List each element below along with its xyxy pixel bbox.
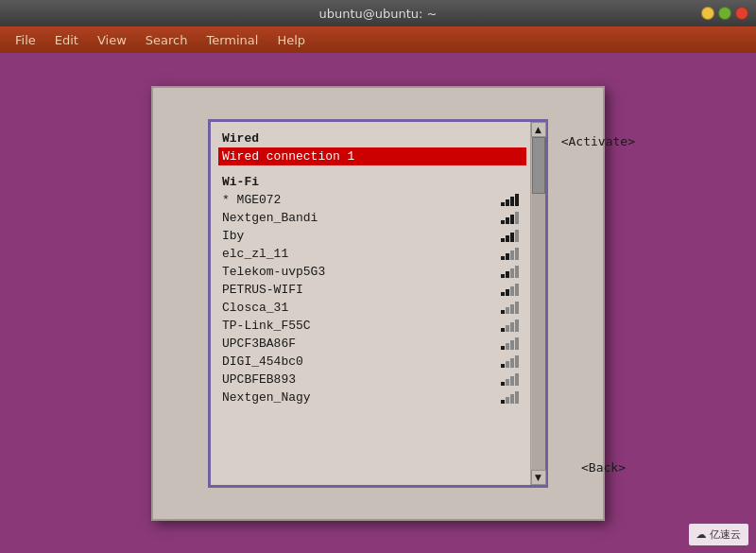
network-upcbfeb893-label: UPCBFEB893: [222, 372, 492, 387]
dialog-outer: Wired Wired connection 1 Wi-Fi * MGE072: [151, 86, 605, 521]
signal-nextgen-bandi: [492, 211, 519, 224]
signal-bars: [501, 211, 519, 224]
title-bar: ubuntu@ubuntu: ~: [0, 0, 756, 26]
network-elc-zl-11-label: elc_zl_11: [222, 247, 492, 261]
main-content: Wired Wired connection 1 Wi-Fi * MGE072: [0, 53, 756, 553]
maximize-button[interactable]: [718, 7, 731, 20]
network-closca-label: Closca_31: [222, 301, 492, 315]
back-button[interactable]: <Back>: [581, 460, 626, 475]
signal-bars: [501, 337, 519, 350]
network-telekom[interactable]: Telekom-uvp5G3: [218, 263, 526, 281]
signal-tp-link: [492, 319, 519, 332]
network-tp-link-label: TP-Link_F55C: [222, 319, 492, 333]
menu-terminal[interactable]: Terminal: [198, 31, 266, 49]
signal-telekom: [492, 265, 519, 278]
back-button-container: <Back>: [581, 458, 626, 475]
network-upcf3ba86f[interactable]: UPCF3BA86F: [218, 335, 526, 353]
signal-bars: [501, 247, 519, 260]
network-nextgen-bandi[interactable]: Nextgen_Bandi: [218, 209, 526, 227]
network-list[interactable]: Wired Wired connection 1 Wi-Fi * MGE072: [211, 122, 530, 485]
signal-iby: [492, 229, 519, 242]
signal-bars: [501, 193, 519, 206]
network-upcbfeb893[interactable]: UPCBFEB893: [218, 371, 526, 389]
network-tp-link[interactable]: TP-Link_F55C: [218, 317, 526, 335]
signal-mge072: [492, 193, 519, 206]
network-iby-label: Iby: [222, 229, 492, 243]
network-petrus[interactable]: PETRUS-WIFI: [218, 281, 526, 299]
window-title: ubuntu@ubuntu: ~: [318, 7, 437, 21]
signal-upcf3ba86f: [492, 337, 519, 350]
watermark-icon: ☁: [696, 528, 707, 541]
signal-digi: [492, 354, 519, 368]
signal-closca: [492, 301, 519, 314]
menu-help[interactable]: Help: [269, 31, 313, 49]
network-digi[interactable]: DIGI_454bc0: [218, 353, 526, 371]
menu-file[interactable]: File: [8, 31, 43, 49]
network-nextgen-nagy[interactable]: Nextgen_Nagy: [218, 389, 526, 406]
wired-header: Wired: [218, 130, 530, 147]
scroll-up-arrow[interactable]: ▲: [531, 122, 546, 137]
menu-search[interactable]: Search: [138, 31, 196, 49]
signal-bars: [501, 283, 519, 296]
signal-upcbfeb893: [492, 372, 519, 386]
menu-bar: File Edit View Search Terminal Help: [0, 26, 756, 53]
network-mge072[interactable]: * MGE072: [218, 191, 526, 209]
network-nextgen-bandi-label: Nextgen_Bandi: [222, 211, 492, 225]
signal-bars: [501, 301, 519, 314]
network-nextgen-nagy-label: Nextgen_Nagy: [222, 390, 492, 405]
signal-bars: [501, 265, 519, 278]
network-iby[interactable]: Iby: [218, 227, 526, 245]
menu-view[interactable]: View: [90, 31, 134, 49]
watermark: ☁ 亿速云: [689, 524, 749, 545]
close-button[interactable]: [735, 7, 748, 20]
network-elc-zl-11[interactable]: elc_zl_11: [218, 245, 526, 263]
scroll-down-arrow[interactable]: ▼: [531, 470, 546, 485]
watermark-label: 亿速云: [710, 528, 741, 541]
signal-bars: [501, 319, 519, 332]
wired-connection-1[interactable]: Wired connection 1: [218, 147, 526, 165]
scrollbar[interactable]: ▲ ▼: [530, 122, 545, 485]
activate-button-container: <Activate>: [561, 131, 635, 149]
spacer: [218, 165, 530, 173]
network-digi-label: DIGI_454bc0: [222, 354, 492, 369]
menu-edit[interactable]: Edit: [47, 31, 86, 49]
network-upcf3ba86f-label: UPCF3BA86F: [222, 337, 492, 351]
activate-button[interactable]: <Activate>: [561, 134, 635, 148]
wired-connection-1-label: Wired connection 1: [222, 149, 523, 164]
scroll-thumb[interactable]: [532, 137, 545, 194]
network-telekom-label: Telekom-uvp5G3: [222, 265, 492, 279]
minimize-button[interactable]: [701, 7, 714, 20]
signal-petrus: [492, 283, 519, 296]
wifi-header: Wi-Fi: [218, 173, 530, 191]
signal-bars: [501, 229, 519, 242]
signal-elc-zl-11: [492, 247, 519, 260]
network-petrus-label: PETRUS-WIFI: [222, 283, 492, 297]
window-controls: [701, 7, 748, 20]
network-closca[interactable]: Closca_31: [218, 299, 526, 317]
signal-bars: [501, 354, 519, 368]
scroll-track[interactable]: [532, 137, 545, 470]
signal-nextgen-nagy: [492, 390, 519, 404]
signal-bars: [501, 372, 519, 386]
signal-bars: [501, 390, 519, 404]
network-dialog: Wired Wired connection 1 Wi-Fi * MGE072: [208, 119, 548, 488]
network-mge072-label: * MGE072: [222, 193, 492, 207]
